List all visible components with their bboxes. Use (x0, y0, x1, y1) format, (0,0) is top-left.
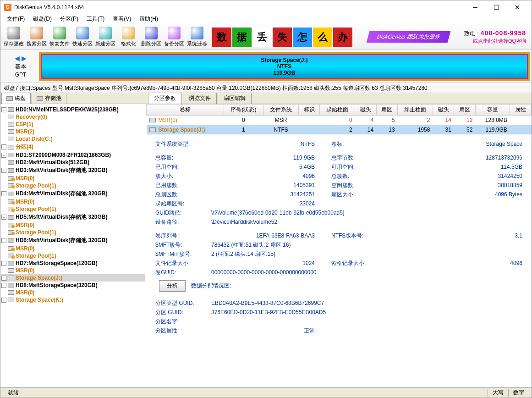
detail-value: 2 (柱面:2 磁头:14 扇区:15) (209, 250, 524, 258)
col-header[interactable]: 扇区 (376, 105, 398, 116)
col-header[interactable]: 属性 (510, 105, 532, 116)
expander-icon[interactable]: + (1, 276, 6, 281)
col-header[interactable]: 标识 (298, 105, 320, 116)
tree-node[interactable]: Storage Pool(1) (1, 229, 145, 236)
col-header[interactable]: 终止柱面 (398, 105, 433, 116)
tree-node[interactable]: HD2:MsftVirtualDisk(512GB) (1, 159, 145, 166)
tbtn-格式化[interactable]: 格式化 (117, 25, 140, 49)
tbtn-搜索分区[interactable]: 搜索分区 (25, 25, 48, 49)
rtab-0[interactable]: 分区参数 (148, 93, 182, 104)
expander-icon[interactable]: - (1, 261, 6, 266)
table-row[interactable]: Storage Space(J:)1NTFS2141319583152119.9… (147, 125, 532, 135)
tree-node[interactable]: +HD1:ST2000DM008-2FR102(1863GB) (1, 151, 145, 159)
tbtn-快速分区[interactable]: 快速分区 (71, 25, 94, 49)
col-header[interactable]: 起始柱面 (320, 105, 355, 116)
expander-icon[interactable]: + (1, 153, 6, 158)
tree-node[interactable]: MSR(2) (1, 128, 145, 135)
minimize-button[interactable]: ─ (465, 0, 486, 14)
tree-node[interactable]: +Storage Space(J:) (1, 274, 145, 282)
col-header[interactable]: 扇区 (454, 105, 476, 116)
tree-node[interactable]: Local Disk(C:) (1, 135, 145, 143)
col-header[interactable]: 序号(状态) (224, 105, 263, 116)
tree-label: ESP(1) (16, 121, 33, 127)
toolbar: 保存更改搜索分区恢复文件快速分区新建分区格式化删除分区备份分区系统迁移 数据丢失… (0, 24, 532, 50)
col-header[interactable]: 磁头 (433, 105, 454, 116)
nav-arrows[interactable]: ◀ ▶ (15, 55, 27, 62)
expander-icon[interactable]: - (1, 168, 6, 173)
promo-qq-link[interactable]: 或点击此处选择QQ咨询 (464, 38, 526, 44)
tree-node[interactable]: MSR(0) (1, 175, 145, 182)
rtab-1[interactable]: 浏览文件 (183, 93, 217, 104)
promo-phone[interactable]: 400-008-9958 (481, 29, 526, 37)
tbtn-备份分区[interactable]: 备份分区 (163, 25, 186, 49)
tbtn-恢复文件[interactable]: 恢复文件 (48, 25, 71, 49)
tree-node[interactable]: Storage Pool(1) (1, 205, 145, 213)
vol-icon (8, 298, 14, 302)
tree-node[interactable]: -HD6:MsftVirtualDisk(存储池 320GB) (1, 236, 145, 245)
expander-icon[interactable]: - (1, 107, 6, 112)
menu-工具(T)[interactable]: 工具(T) (83, 14, 108, 24)
expander-icon[interactable]: - (1, 191, 6, 196)
volume-icon (149, 118, 156, 122)
tree-node[interactable]: MSR(0) (1, 245, 145, 252)
tree-node[interactable]: +分区(4) (1, 143, 145, 151)
menu-文件(F)[interactable]: 文件(F) (3, 14, 28, 24)
tree-node[interactable]: Recovery(0) (1, 113, 145, 121)
toolbar-icon (191, 27, 203, 39)
expander-icon[interactable]: - (1, 283, 6, 288)
col-header[interactable]: 磁头 (355, 105, 377, 116)
tree-node[interactable]: MSR(0) (1, 289, 145, 296)
detail-value: 1EFA-63E8-FA63-BAA3 (209, 232, 329, 240)
tab-pools[interactable]: 存储池 (32, 93, 66, 104)
col-header[interactable]: 文件系统 (263, 105, 299, 116)
tree-node[interactable]: ESP(1) (1, 121, 145, 128)
menu-磁盘(D)[interactable]: 磁盘(D) (29, 14, 55, 24)
expander-icon[interactable]: + (1, 144, 6, 149)
detail-key: 总扇区数: (154, 190, 208, 199)
detail-key: 分区名字: (154, 317, 208, 326)
promo-phone-label: 致电： (464, 30, 481, 37)
tree-node[interactable]: +Storage Space(K:) (1, 296, 145, 304)
analyze-button[interactable]: 分析 (159, 280, 186, 292)
rtab-2[interactable]: 扇区编辑 (218, 93, 252, 104)
expander-icon[interactable]: - (1, 215, 6, 220)
tree-node[interactable]: MSR(0) (1, 221, 145, 229)
tree-node[interactable]: Storage Pool(1) (1, 252, 145, 260)
promo-char: 失 (273, 28, 292, 47)
toolbar-icon (7, 27, 20, 39)
menu-查看(V)[interactable]: 查看(V) (109, 14, 135, 24)
tbtn-保存更改[interactable]: 保存更改 (2, 25, 25, 49)
partition-strip[interactable]: Storage Space(J:) NTFS 119.9GB (41, 54, 528, 79)
col-header[interactable]: 卷标 (147, 105, 224, 116)
table-row[interactable]: MSR(0)0MSR04521412128.0MB (147, 116, 532, 125)
pool-icon (37, 96, 43, 101)
disk-tree[interactable]: -HD0:NVMeINTELSSDPEKKW25(238GB)Recovery(… (0, 104, 146, 387)
expander-icon[interactable]: + (1, 298, 6, 303)
tree-node[interactable]: Storage Pool(1) (1, 182, 145, 189)
expander-icon[interactable]: - (1, 238, 6, 243)
tree-node[interactable]: MSR(0) (1, 198, 145, 205)
detail-value: 786432 (柱面:51 磁头:2 扇区:16) (209, 241, 524, 249)
vol-icon (8, 290, 14, 295)
disk-map[interactable]: Storage Space(J:) NTFS 119.9GB (39, 52, 530, 81)
tree-node[interactable]: -HD5:MsftVirtualDisk(存储池 320GB) (1, 213, 145, 221)
detail-key (329, 326, 380, 335)
col-header[interactable]: 容量 (475, 105, 510, 116)
tree-node[interactable]: MSR(0) (1, 267, 145, 274)
tab-disks[interactable]: 磁盘 (1, 93, 31, 104)
tree-node[interactable]: -HD3:MsftVirtualDisk(存储池 320GB) (1, 166, 145, 175)
close-button[interactable]: ✕ (507, 0, 528, 14)
tbtn-系统迁移[interactable]: 系统迁移 (186, 25, 208, 49)
maximize-button[interactable]: ☐ (486, 0, 507, 14)
tree-node[interactable]: -HD7:MsftStorageSpace(120GB) (1, 260, 145, 267)
disk-icon (6, 96, 13, 101)
tree-node[interactable]: -HD4:MsftVirtualDisk(存储池 320GB) (1, 189, 145, 198)
partition-grid[interactable]: 卷标序号(状态)文件系统标识起始柱面磁头扇区终止柱面磁头扇区容量属性MSR(0)… (146, 104, 532, 135)
tree-node[interactable]: -HD0:NVMeINTELSSDPEKKW25(238GB) (1, 106, 145, 113)
tree-node[interactable]: -HD8:MsftStorageSpace(320GB) (1, 282, 145, 289)
tbtn-新建分区[interactable]: 新建分区 (94, 25, 117, 49)
menu-分区(P)[interactable]: 分区(P) (56, 14, 82, 24)
detail-value (381, 326, 524, 335)
menu-帮助(H)[interactable]: 帮助(H) (136, 14, 162, 24)
tbtn-删除分区[interactable]: 删除分区 (140, 25, 163, 49)
